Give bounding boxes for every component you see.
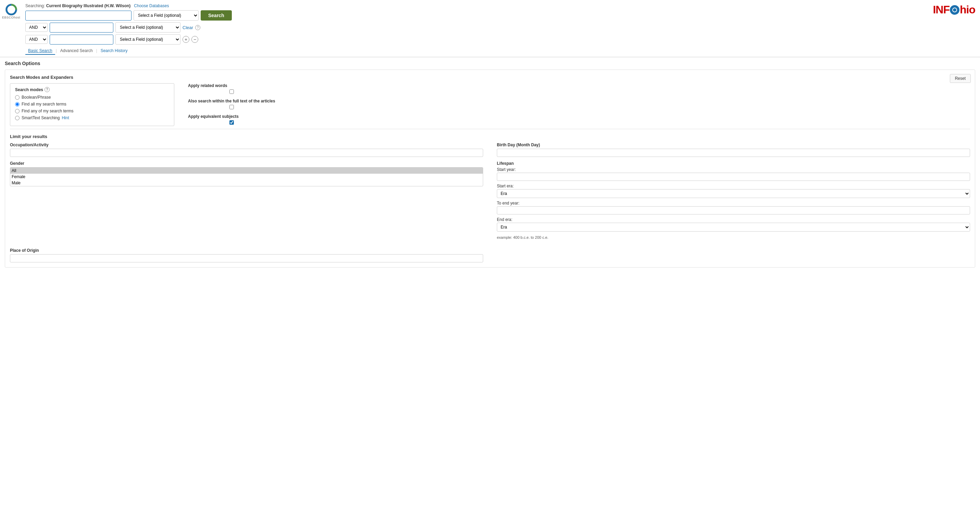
mode-boolean-row: Boolean/Phrase xyxy=(15,95,169,100)
modes-expanders-title: Search Modes and Expanders xyxy=(10,75,970,80)
left-col: Occupation/Activity Gender All Female Ma… xyxy=(10,142,483,262)
search-row-1: Select a Field (optional) Search xyxy=(25,10,975,21)
tab-basic-search[interactable]: Basic Search xyxy=(25,47,55,55)
clear-link[interactable]: Clear xyxy=(183,25,193,30)
search-row-3: AND OR NOT Select a Field (optional) xyxy=(25,34,180,45)
database-name: Current Biography Illustrated (H.W. Wils… xyxy=(46,3,131,8)
gender-group: Gender All Female Male xyxy=(10,161,483,187)
apply-related-checkbox[interactable] xyxy=(188,89,275,94)
end-era-label: End era: xyxy=(497,217,970,222)
tab-advanced-search[interactable]: Advanced Search xyxy=(57,47,95,55)
place-of-origin-input[interactable] xyxy=(10,254,483,262)
apply-equiv-label: Apply equivalent subjects xyxy=(188,114,275,119)
birth-day-group: Birth Day (Month Day) xyxy=(497,142,970,157)
mode-all-label: Find all my search terms xyxy=(22,102,67,107)
search-row-2: AND OR NOT Select a Field (optional) xyxy=(25,22,180,33)
lifespan-label: Lifespan xyxy=(497,161,970,166)
ebsco-logo: EBSCOhost xyxy=(2,3,20,19)
hint-link[interactable]: Hint xyxy=(62,115,69,120)
start-era-select[interactable]: Era BCE CE xyxy=(497,189,970,198)
end-year-input[interactable] xyxy=(497,206,970,214)
search-input-2[interactable] xyxy=(50,22,113,33)
search-options-title: Search Options xyxy=(5,61,975,66)
mode-any-radio[interactable] xyxy=(15,109,19,113)
field-select-1[interactable]: Select a Field (optional) xyxy=(134,10,199,21)
mode-boolean-radio[interactable] xyxy=(15,95,19,100)
infohio-text: INF xyxy=(933,3,950,16)
mode-any-label: Find any of my search terms xyxy=(22,108,73,113)
also-search-item: Also search within the full text of the … xyxy=(188,99,275,109)
bool-select-2[interactable]: AND OR NOT xyxy=(25,23,48,32)
limit-section: Limit your results Occupation/Activity G… xyxy=(10,134,970,262)
start-era-group: Start era: Era BCE CE xyxy=(497,183,970,198)
right-col: Birth Day (Month Day) Lifespan Start yea… xyxy=(497,142,970,262)
apply-equiv-checkbox[interactable] xyxy=(188,120,275,125)
search-modes-label: Search modes xyxy=(15,88,43,92)
choose-databases-link[interactable]: Choose Databases xyxy=(134,3,169,8)
search-button[interactable]: Search xyxy=(200,10,232,21)
end-year-label: To end year: xyxy=(497,201,970,206)
also-search-checkbox[interactable] xyxy=(188,105,275,109)
search-modes-header: Search modes ? xyxy=(15,87,169,92)
apply-section: Apply related words Also search within t… xyxy=(188,83,275,125)
bool-select-3[interactable]: AND OR NOT xyxy=(25,35,48,44)
infohio-suffix: hio xyxy=(960,3,975,16)
options-box: Reset Search Modes and Expanders Search … xyxy=(5,70,975,268)
limit-title: Limit your results xyxy=(10,134,970,139)
field-select-2[interactable]: Select a Field (optional) xyxy=(115,22,180,33)
searching-line: Searching: Current Biography Illustrated… xyxy=(25,3,975,8)
end-year-group: To end year: xyxy=(497,201,970,214)
remove-row-button[interactable]: − xyxy=(191,36,198,43)
nav-tabs: Basic Search | Advanced Search | Search … xyxy=(25,47,975,55)
example-text: example: 400 b.c.e. to 200 c.e. xyxy=(497,235,970,239)
occupation-group: Occupation/Activity xyxy=(10,142,483,157)
divider xyxy=(10,129,970,129)
ebsco-text: EBSCOhost xyxy=(2,16,20,19)
infohio-brand: INFhio xyxy=(933,3,975,16)
reset-button[interactable]: Reset xyxy=(950,74,971,83)
apply-equiv-item: Apply equivalent subjects xyxy=(188,114,275,125)
birth-day-input[interactable] xyxy=(497,149,970,157)
start-era-label: Start era: xyxy=(497,183,970,188)
mode-any-row: Find any of my search terms xyxy=(15,108,169,113)
gender-select[interactable]: All Female Male xyxy=(10,167,483,187)
also-search-label: Also search within the full text of the … xyxy=(188,99,275,104)
gender-label: Gender xyxy=(10,161,483,166)
occupation-label: Occupation/Activity xyxy=(10,142,483,147)
birth-day-label: Birth Day (Month Day) xyxy=(497,142,970,147)
lifespan-section: Start year: Start era: Era BCE CE xyxy=(497,167,970,239)
mode-boolean-label: Boolean/Phrase xyxy=(22,95,51,100)
start-year-input[interactable] xyxy=(497,173,970,181)
infohio-circle-icon xyxy=(950,5,959,15)
search-modes-box: Search modes ? Boolean/Phrase Find all m… xyxy=(10,83,174,126)
place-of-origin-group: Place of Origin xyxy=(10,248,483,262)
search-input-1[interactable] xyxy=(25,11,132,21)
place-of-origin-label: Place of Origin xyxy=(10,248,483,253)
field-select-3[interactable]: Select a Field (optional) xyxy=(115,34,180,45)
main-content: Search Options Reset Search Modes and Ex… xyxy=(0,57,980,275)
lifespan-group: Lifespan Start year: Start era: Era BC xyxy=(497,161,970,239)
occupation-input[interactable] xyxy=(10,149,483,157)
mode-all-row: Find all my search terms xyxy=(15,102,169,107)
modes-expanders: Search modes ? Boolean/Phrase Find all m… xyxy=(10,83,970,126)
end-era-select[interactable]: Era BCE CE xyxy=(497,223,970,231)
mode-smart-radio[interactable] xyxy=(15,116,19,120)
top-bar: EBSCOhost INFhio Searching: Current Biog… xyxy=(0,0,980,57)
start-year-group: Start year: xyxy=(497,167,970,181)
end-era-group: End era: Era BCE CE xyxy=(497,217,970,231)
search-modes-help-icon[interactable]: ? xyxy=(45,87,50,92)
clear-help-icon[interactable]: ? xyxy=(195,25,200,30)
search-input-3[interactable] xyxy=(50,35,113,45)
add-row-button[interactable]: + xyxy=(183,36,189,43)
mode-smart-row: SmartText Searching Hint xyxy=(15,115,169,120)
apply-related-label: Apply related words xyxy=(188,83,275,88)
searching-label: Searching: xyxy=(25,3,45,8)
mode-smart-label: SmartText Searching xyxy=(22,115,60,120)
tab-search-history[interactable]: Search History xyxy=(98,47,130,55)
limit-grid: Occupation/Activity Gender All Female Ma… xyxy=(10,142,970,262)
start-year-label: Start year: xyxy=(497,167,970,172)
mode-all-radio[interactable] xyxy=(15,102,19,107)
apply-related-item: Apply related words xyxy=(188,83,275,94)
